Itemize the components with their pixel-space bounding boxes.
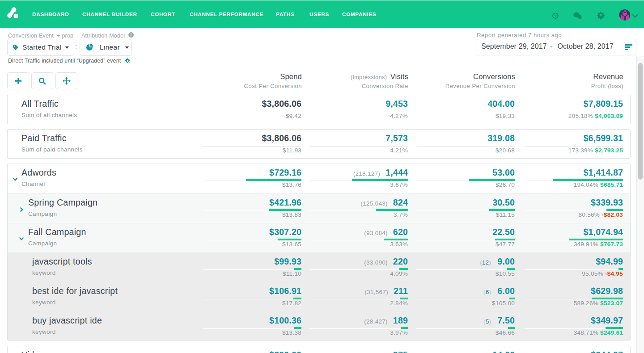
svg-text:?: ? — [554, 13, 557, 18]
